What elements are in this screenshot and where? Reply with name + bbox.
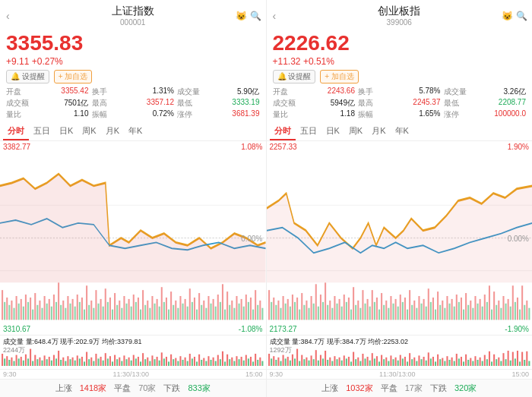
svg-rect-79 — [179, 296, 181, 320]
svg-rect-260 — [334, 296, 335, 320]
svg-rect-415 — [429, 358, 431, 366]
left-add-button[interactable]: + 加自选 — [54, 70, 93, 83]
left-tab-3[interactable]: 周K — [78, 123, 100, 140]
svg-rect-388 — [366, 357, 368, 366]
svg-rect-181 — [151, 355, 153, 366]
svg-rect-246 — [301, 293, 302, 320]
svg-rect-130 — [32, 361, 33, 366]
svg-rect-393 — [378, 361, 379, 366]
svg-rect-435 — [477, 360, 478, 366]
svg-rect-416 — [432, 357, 433, 366]
right-tab-0[interactable]: 分时 — [270, 123, 296, 140]
svg-rect-264 — [343, 295, 344, 320]
svg-rect-219 — [241, 357, 242, 366]
svg-rect-391 — [373, 358, 375, 366]
svg-rect-81 — [185, 299, 186, 320]
svg-rect-174 — [135, 358, 137, 366]
left-search-icon[interactable]: 🔍 — [250, 11, 261, 21]
svg-rect-283 — [388, 308, 389, 320]
svg-rect-424 — [451, 358, 452, 366]
r-stat-value-5: 2208.77 — [499, 98, 526, 109]
right-index-code: 399006 — [378, 18, 420, 27]
left-tab-0[interactable]: 分时 — [3, 123, 29, 140]
svg-rect-371 — [327, 360, 328, 366]
left-panel: ‹ 上证指数 000001 😺 🔍 3355.83 +9.11 +0.27% 🔔… — [0, 0, 267, 397]
svg-rect-222 — [248, 358, 249, 366]
right-tab-2[interactable]: 日K — [321, 123, 344, 140]
svg-rect-212 — [224, 361, 226, 366]
right-tab-3[interactable]: 周K — [344, 123, 367, 140]
svg-rect-440 — [488, 351, 489, 366]
svg-rect-64 — [144, 305, 146, 320]
svg-rect-364 — [310, 355, 312, 366]
svg-rect-199 — [194, 357, 195, 366]
svg-rect-247 — [303, 305, 305, 320]
right-nav-prev[interactable]: ‹ — [273, 10, 277, 22]
stat-label-7: 振幅 — [92, 109, 107, 120]
svg-rect-87 — [198, 293, 200, 320]
svg-rect-106 — [243, 307, 245, 320]
stat-value-7: 0.72% — [153, 109, 174, 120]
r-stat-label-6: 量比 — [273, 109, 288, 120]
svg-rect-259 — [331, 308, 333, 320]
svg-rect-206 — [211, 360, 212, 366]
svg-rect-91 — [207, 296, 209, 320]
left-chart-bottom-left: 3310.67 — [3, 325, 30, 333]
left-tab-2[interactable]: 日K — [55, 123, 78, 140]
r-stat-label-5: 最低 — [444, 98, 459, 109]
svg-rect-361 — [303, 359, 305, 366]
svg-rect-180 — [149, 361, 150, 366]
right-chart-bottom-right: -1.90% — [505, 325, 529, 333]
svg-rect-254 — [319, 295, 321, 320]
svg-rect-294 — [413, 301, 415, 320]
right-tab-4[interactable]: 月K — [367, 123, 390, 140]
right-tab-1[interactable]: 五日 — [296, 123, 321, 140]
left-tab-5[interactable]: 年K — [124, 123, 147, 140]
svg-rect-108 — [248, 302, 249, 320]
svg-rect-102 — [233, 308, 235, 320]
stat-value-4: 3357.12 — [147, 98, 174, 109]
svg-rect-196 — [187, 361, 188, 366]
left-chart-bottom-right: -1.08% — [239, 325, 263, 333]
svg-rect-244 — [296, 298, 298, 320]
svg-rect-379 — [345, 358, 347, 366]
left-nav-prev[interactable]: ‹ — [6, 10, 10, 22]
right-main-price: 2226.62 — [273, 31, 527, 55]
svg-rect-427 — [458, 358, 459, 366]
svg-rect-372 — [329, 358, 331, 366]
r-stat-row-7: 振幅 1.65% — [358, 109, 441, 120]
left-tab-4[interactable]: 月K — [101, 123, 124, 140]
svg-rect-85 — [194, 298, 195, 320]
right-add-button[interactable]: + 加自选 — [320, 70, 359, 83]
svg-rect-337 — [514, 302, 515, 320]
svg-rect-76 — [173, 305, 174, 320]
svg-rect-6 — [8, 305, 10, 320]
svg-rect-8 — [13, 308, 14, 320]
svg-rect-172 — [131, 361, 132, 366]
right-tab-5[interactable]: 年K — [391, 123, 413, 140]
svg-rect-227 — [259, 358, 261, 366]
right-alert-button[interactable]: 🔔 设提醒 — [273, 70, 316, 83]
svg-rect-218 — [239, 359, 240, 366]
svg-rect-40 — [88, 305, 90, 320]
svg-rect-408 — [413, 358, 415, 366]
left-chart-top-right: 1.08% — [241, 143, 262, 151]
svg-rect-203 — [203, 358, 204, 366]
svg-rect-377 — [340, 361, 342, 366]
svg-rect-307 — [444, 308, 445, 320]
right-bell-icon: 🔔 — [277, 72, 287, 80]
svg-rect-56 — [125, 304, 127, 320]
svg-rect-357 — [293, 358, 295, 366]
left-header: ‹ 上证指数 000001 😺 🔍 — [0, 0, 266, 28]
svg-rect-88 — [201, 305, 202, 320]
svg-rect-270 — [357, 301, 359, 320]
svg-rect-57 — [128, 299, 130, 320]
svg-rect-66 — [149, 308, 150, 320]
svg-rect-37 — [81, 298, 83, 320]
left-alert-button[interactable]: 🔔 设提醒 — [6, 70, 49, 83]
svg-rect-396 — [385, 358, 387, 366]
left-chart-top-left: 3382.77 — [3, 143, 30, 151]
right-search-icon[interactable]: 🔍 — [516, 11, 527, 21]
left-tab-1[interactable]: 五日 — [29, 123, 55, 140]
svg-rect-98 — [224, 310, 226, 320]
